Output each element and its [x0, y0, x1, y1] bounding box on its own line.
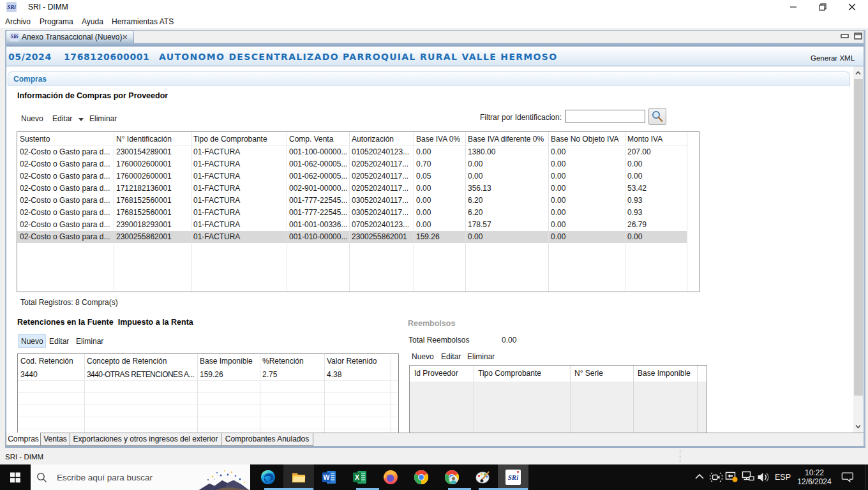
- start-button[interactable]: [0, 464, 31, 490]
- col-comp-venta[interactable]: Comp. Venta: [287, 132, 349, 146]
- tab-comprobantes-anulados[interactable]: Comprobantes Anulados: [221, 433, 313, 446]
- table-cell: 030520240117...: [349, 207, 414, 219]
- col-id-proveedor[interactable]: Id Proveedor: [410, 366, 474, 382]
- tab-close-icon[interactable]: ✕: [122, 33, 128, 41]
- retenciones-delete-button[interactable]: Eliminar: [76, 337, 103, 346]
- word-icon[interactable]: W: [322, 470, 337, 485]
- titlebar: SRi SRI - DIMM: [0, 0, 868, 14]
- col-base-iva-0[interactable]: Base IVA 0%: [414, 132, 465, 146]
- retenciones-new-button[interactable]: Nuevo: [21, 337, 43, 346]
- firefox-icon[interactable]: [383, 470, 398, 485]
- filter-input[interactable]: [565, 110, 645, 123]
- close-icon[interactable]: [848, 3, 856, 11]
- view-minimize-icon[interactable]: [841, 33, 849, 40]
- view-maximize-icon[interactable]: [854, 33, 862, 40]
- menu-archivo[interactable]: Archivo: [5, 17, 31, 26]
- col-autorizacion[interactable]: Autorización: [349, 132, 414, 146]
- col-tipo-comprobante-reemb[interactable]: Tipo Comprobante: [474, 366, 570, 382]
- excel-icon[interactable]: X: [352, 470, 368, 485]
- reembolsos-new-button[interactable]: Nuevo: [412, 352, 434, 361]
- table-cell: 0.70: [414, 158, 465, 170]
- purchases-row[interactable]: 02-Costo o Gasto para d... 2300255862001…: [17, 231, 687, 243]
- tray-date[interactable]: 12/6/2024: [791, 477, 837, 486]
- sri-dimm-icon[interactable]: SRi: [505, 470, 521, 485]
- col-valor-retenido[interactable]: Valor Retenido: [324, 354, 391, 369]
- scroll-down-icon[interactable]: [855, 424, 861, 429]
- purchases-edit-button[interactable]: Editar: [52, 114, 72, 123]
- retenciones-edit-button[interactable]: Editar: [49, 337, 69, 346]
- purchases-row[interactable]: 02-Costo o Gasto para d... 1712182136001…: [17, 182, 687, 195]
- scroll-up-icon[interactable]: [855, 70, 861, 76]
- network-icon[interactable]: [742, 471, 754, 484]
- purchases-row[interactable]: 02-Costo o Gasto para d... 1760002600001…: [17, 170, 687, 182]
- table-cell: 0.00: [548, 231, 625, 243]
- tab-compras[interactable]: Compras: [6, 433, 41, 446]
- tab-anexo-transaccional[interactable]: SRi Anexo Transaccional (Nuevo) ✕: [5, 30, 134, 43]
- col-base-no-objeto[interactable]: Base No Objeto IVA: [548, 132, 625, 146]
- col-monto-iva[interactable]: Monto IVA: [625, 132, 687, 146]
- display-sync-icon[interactable]: [725, 470, 739, 484]
- col-base-imponible[interactable]: Base Imponible: [197, 354, 260, 369]
- table-cell: 0.00: [548, 207, 625, 219]
- chrome-icon[interactable]: [414, 470, 429, 485]
- col-cod-retencion[interactable]: Cod. Retención: [18, 354, 84, 369]
- purchases-delete-button[interactable]: Eliminar: [89, 114, 117, 123]
- col-pct-retencion[interactable]: %Retención: [260, 354, 324, 369]
- grid-line: [414, 132, 414, 292]
- scrollbar-thumb[interactable]: [854, 79, 863, 396]
- minimize-icon[interactable]: [789, 3, 797, 11]
- menu-herramientas-ats[interactable]: Herramientas ATS: [112, 17, 174, 26]
- reembolsos-edit-button[interactable]: Editar: [441, 352, 461, 361]
- purchases-row[interactable]: 02-Costo o Gasto para d... 1768152560001…: [17, 207, 687, 219]
- tab-ventas[interactable]: Ventas: [41, 433, 70, 446]
- taskbar-search[interactable]: Escribe aquí para buscar: [31, 464, 250, 490]
- reembolsos-delete-button[interactable]: Eliminar: [467, 352, 495, 361]
- meet-now-icon[interactable]: [710, 471, 722, 484]
- reembolsos-title: Reembolsos: [408, 319, 455, 328]
- menu-programa[interactable]: Programa: [40, 17, 73, 26]
- header-period: 05/2024: [8, 52, 52, 62]
- col-base-imponible-reemb[interactable]: Base Imponible: [633, 366, 697, 382]
- retenciones-row[interactable]: 3440 3440-OTRAS RETENCIONES A... 159.26 …: [18, 369, 398, 381]
- tray-expand-icon[interactable]: [694, 473, 705, 480]
- table-cell: 1768152560001: [114, 207, 191, 219]
- col-sustento[interactable]: Sustento: [17, 132, 114, 146]
- purchases-row[interactable]: 02-Costo o Gasto para d... 2300154289001…: [17, 146, 687, 158]
- col-identificacion[interactable]: N° Identificación: [114, 132, 191, 146]
- col-concepto[interactable]: Concepto de Retención: [84, 354, 197, 369]
- col-base-iva-dif[interactable]: Base IVA diferente 0%: [465, 132, 548, 146]
- edge-icon[interactable]: [260, 470, 276, 485]
- table-cell: 159.26: [197, 369, 260, 381]
- purchases-row[interactable]: 02-Costo o Gasto para d... 1768152560001…: [17, 195, 687, 207]
- table-cell: 001-100-00000...: [287, 146, 349, 158]
- notification-icon[interactable]: [841, 471, 854, 483]
- grid-line: [287, 132, 287, 292]
- col-tipo-comprobante[interactable]: Tipo de Comprobante: [191, 132, 287, 146]
- tray-time[interactable]: 10:22: [795, 468, 834, 477]
- table-cell: 0.93: [625, 207, 687, 219]
- col-serie[interactable]: N° Serie: [570, 366, 633, 382]
- volume-icon[interactable]: [757, 470, 772, 484]
- purchases-row[interactable]: 02-Costo o Gasto para d... 1760002600001…: [17, 158, 687, 170]
- purchases-row[interactable]: 02-Costo o Gasto para d... 2390018293001…: [17, 219, 687, 231]
- generar-xml-button[interactable]: Generar XML: [811, 54, 855, 62]
- show-desktop-divider[interactable]: [865, 464, 865, 490]
- grid-line: [191, 132, 191, 292]
- language-indicator[interactable]: ESP: [775, 473, 791, 482]
- table-cell: 002-901-00000...: [287, 182, 349, 195]
- header-ruc: 1768120600001: [64, 52, 149, 62]
- grid-line: [84, 354, 85, 433]
- paint-icon[interactable]: [475, 470, 490, 485]
- table-cell: 2300255862001: [349, 231, 414, 243]
- menu-ayuda[interactable]: Ayuda: [82, 17, 103, 26]
- vertical-scrollbar[interactable]: [853, 66, 864, 433]
- table-cell: 1768152560001: [114, 195, 191, 207]
- purchases-new-button[interactable]: Nuevo: [21, 114, 43, 123]
- restore-icon[interactable]: [819, 3, 827, 11]
- edit-dropdown-icon[interactable]: [79, 118, 84, 121]
- filter-search-button[interactable]: [648, 108, 666, 125]
- chrome-profile-icon[interactable]: [444, 470, 460, 485]
- file-explorer-icon[interactable]: [291, 470, 306, 485]
- tab-exportaciones[interactable]: Exportaciones y otros ingresos del exter…: [70, 433, 221, 446]
- editor-area-right-border: [864, 30, 865, 448]
